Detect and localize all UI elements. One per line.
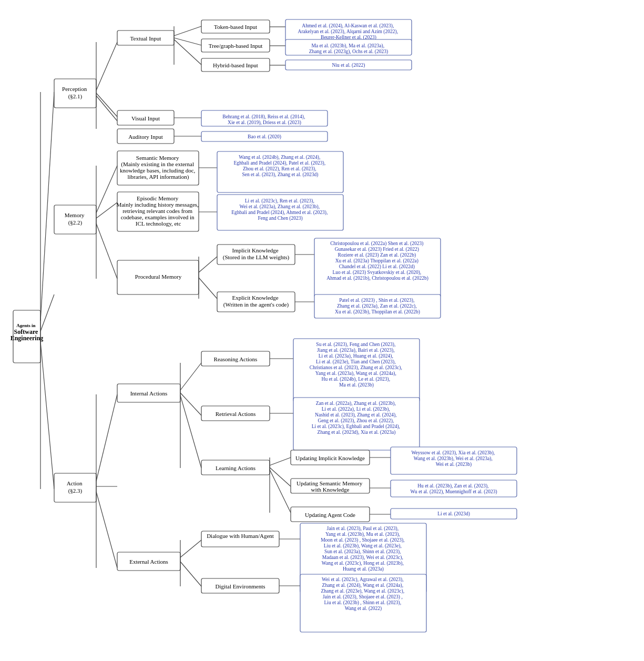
svg-text:Learning Actions: Learning Actions — [215, 465, 255, 471]
svg-line-66 — [199, 278, 217, 299]
svg-text:External Actions: External Actions — [129, 558, 168, 565]
tree-svg: text { font-family: 'Times New Roman', T… — [12, 16, 632, 647]
svg-text:Procedural Memory: Procedural Memory — [135, 273, 181, 280]
svg-line-51 — [96, 223, 117, 279]
svg-line-3 — [40, 294, 54, 331]
svg-line-4 — [40, 342, 54, 489]
svg-text:Wang et al. (2024b), Zhang et : Wang et al. (2024b), Zhang et al. (2024)… — [233, 155, 326, 178]
svg-text:Token-based Input: Token-based Input — [213, 24, 257, 30]
svg-line-49 — [96, 166, 117, 213]
svg-line-26 — [174, 39, 201, 65]
svg-line-80 — [96, 492, 117, 568]
svg-text:Textual Input: Textual Input — [130, 35, 161, 42]
svg-text:Implicit Knowledge
        (St: Implicit Knowledge (Stored in the LLM we… — [222, 247, 289, 261]
svg-line-25 — [174, 38, 201, 45]
svg-line-122 — [180, 562, 201, 586]
svg-text:Behrang et al. (2018), Reiss e: Behrang et al. (2018), Reiss et al. (201… — [222, 114, 306, 126]
svg-line-24 — [174, 26, 201, 36]
svg-line-65 — [199, 257, 217, 272]
svg-line-15 — [96, 96, 117, 121]
svg-text:Dialogue with Human/Agent: Dialogue with Human/Agent — [207, 533, 274, 539]
svg-line-104 — [270, 470, 291, 513]
svg-text:Action
        (§2.3): Action (§2.3) — [66, 480, 84, 494]
svg-line-14 — [96, 93, 117, 117]
svg-line-102 — [270, 457, 291, 465]
svg-text:Internal Actions: Internal Actions — [130, 390, 167, 396]
svg-rect-116 — [391, 480, 517, 497]
svg-text:Updating Implicit Knowledge: Updating Implicit Knowledge — [295, 455, 365, 461]
svg-text:Explicit Knowledge
        (Wr: Explicit Knowledge (Written in the agent… — [223, 294, 289, 308]
svg-text:Retrieval Actions: Retrieval Actions — [215, 411, 255, 417]
svg-text:Ma et al. (2023b), Ma et al. (: Ma et al. (2023b), Ma et al. (2023a), Zh… — [309, 43, 387, 55]
svg-text:Jain et al. (2023), Paul et al: Jain et al. (2023), Paul et al. (2023), … — [321, 526, 406, 572]
svg-line-86 — [180, 363, 201, 390]
svg-text:Digital Environments: Digital Environments — [215, 583, 265, 589]
svg-text:Tree/graph-based Input: Tree/graph-based Input — [208, 43, 262, 49]
svg-text:Auditory Input: Auditory Input — [128, 134, 163, 140]
svg-line-13 — [96, 42, 117, 90]
svg-text:Zan et al. (2022a), Zhang et a: Zan et al. (2022a), Zhang et al. (2023b)… — [311, 401, 401, 435]
svg-line-87 — [180, 393, 201, 415]
tree-wrapper: text { font-family: 'Times New Roman', T… — [12, 16, 632, 649]
diagram-container: text { font-family: 'Times New Roman', T… — [5, 11, 639, 661]
svg-text:Visual Input: Visual Input — [131, 115, 159, 121]
svg-line-121 — [180, 540, 201, 557]
svg-line-88 — [180, 395, 201, 468]
svg-text:Su et al. (2023), Feng and Che: Su et al. (2023), Feng and Chen (2023), … — [309, 342, 403, 388]
svg-text:Reasoning Actions: Reasoning Actions — [213, 356, 257, 362]
svg-text:Hybrid-based Input: Hybrid-based Input — [213, 62, 258, 68]
svg-line-50 — [96, 202, 117, 218]
svg-line-103 — [270, 467, 291, 486]
svg-text:Hu et al. (2023b), Zan et al. : Hu et al. (2023b), Zan et al. (2023), Wu… — [410, 483, 497, 495]
svg-text:Christopoulou et al. (2022a) S: Christopoulou et al. (2022a) Shen et al.… — [326, 241, 428, 281]
svg-text:Bao et al. (2020): Bao et al. (2020) — [248, 134, 281, 140]
svg-text:Li et al. (2023d): Li et al. (2023d) — [437, 511, 470, 517]
svg-text:Niu et al. (2022): Niu et al. (2022) — [332, 63, 365, 68]
svg-text:Patel et al. (2023) , Shin et : Patel et al. (2023) , Shin et al. (2023)… — [335, 298, 420, 315]
svg-text:Updating Agent Code: Updating Agent Code — [305, 512, 355, 518]
svg-line-78 — [96, 394, 117, 481]
svg-line-2 — [40, 92, 54, 321]
